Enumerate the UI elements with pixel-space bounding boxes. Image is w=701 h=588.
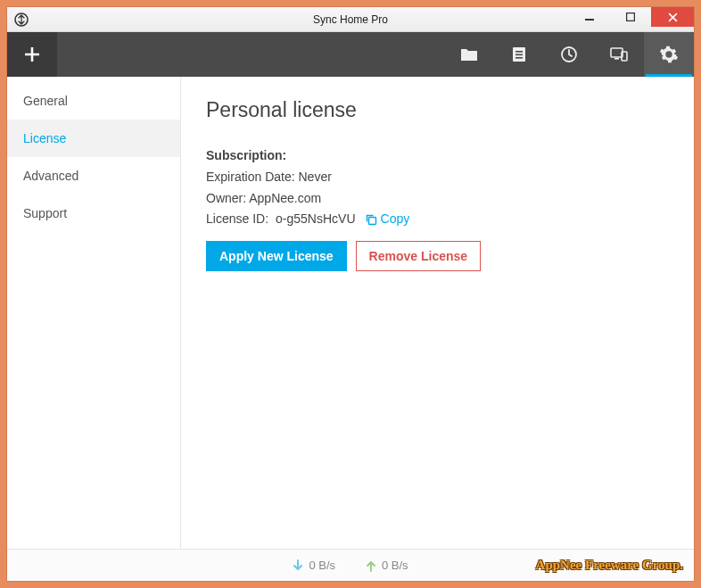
list-button[interactable]	[494, 32, 544, 77]
download-rate: 0 B/s	[293, 559, 335, 572]
add-button[interactable]	[7, 32, 57, 77]
expiration-row: Expiration Date: Never	[206, 167, 669, 188]
svg-rect-11	[368, 218, 375, 225]
svg-rect-2	[627, 13, 635, 21]
page-title: Personal license	[206, 98, 669, 122]
minimize-button[interactable]	[569, 7, 610, 27]
owner-value: AppNee.com	[249, 191, 321, 205]
gear-icon	[659, 45, 679, 64]
plus-icon	[22, 45, 42, 64]
sidebar-item-general[interactable]: General	[7, 82, 180, 120]
sidebar-item-support[interactable]: Support	[7, 195, 180, 232]
window-controls	[569, 7, 694, 31]
license-details: Subscription: Expiration Date: Never Own…	[206, 145, 669, 230]
upload-arrow-icon	[366, 559, 376, 572]
app-window: Sync Home Pro	[7, 7, 694, 581]
close-button[interactable]	[651, 7, 694, 27]
maximize-button[interactable]	[610, 7, 651, 27]
content-panel: Personal license Subscription: Expiratio…	[181, 77, 694, 549]
remove-license-button[interactable]: Remove License	[356, 241, 482, 271]
expiration-value: Never	[299, 170, 332, 184]
svg-rect-1	[585, 19, 594, 21]
svg-rect-6	[515, 57, 523, 59]
button-row: Apply New License Remove License	[206, 241, 669, 271]
upload-rate: 0 B/s	[366, 559, 408, 572]
watermark-text: AppNee Freeware Group.	[536, 558, 683, 573]
expiration-label: Expiration Date:	[206, 170, 295, 184]
settings-sidebar: General License Advanced Support	[7, 77, 181, 549]
svg-rect-4	[515, 51, 523, 53]
download-arrow-icon	[293, 559, 303, 572]
sidebar-item-label: License	[23, 131, 66, 145]
toolbar	[7, 32, 694, 77]
folder-icon	[459, 46, 479, 63]
clock-icon	[559, 45, 579, 64]
sidebar-item-license[interactable]: License	[7, 120, 180, 157]
sidebar-item-label: General	[23, 94, 68, 108]
copy-label: Copy	[381, 209, 410, 230]
status-bar: 0 B/s 0 B/s AppNee Freeware Group.	[7, 549, 694, 581]
copy-icon	[365, 213, 377, 226]
svg-rect-8	[611, 48, 623, 57]
title-bar: Sync Home Pro	[7, 7, 694, 32]
download-rate-value: 0 B/s	[309, 559, 335, 572]
sidebar-item-label: Advanced	[23, 169, 78, 183]
main-body: General License Advanced Support Persona…	[7, 77, 694, 549]
license-id-row: License ID: o-g55NsHcVU Copy	[206, 209, 669, 230]
list-icon	[511, 46, 527, 63]
settings-button[interactable]	[644, 32, 694, 77]
owner-row: Owner: AppNee.com	[206, 188, 669, 210]
sidebar-item-label: Support	[23, 206, 67, 220]
sidebar-item-advanced[interactable]: Advanced	[7, 157, 180, 195]
upload-rate-value: 0 B/s	[382, 559, 408, 572]
svg-rect-5	[515, 54, 523, 56]
owner-label: Owner:	[206, 191, 246, 205]
license-id-label: License ID:	[206, 209, 268, 230]
copy-license-button[interactable]: Copy	[365, 209, 410, 230]
history-button[interactable]	[544, 32, 594, 77]
app-icon	[12, 11, 30, 29]
folders-button[interactable]	[444, 32, 494, 77]
svg-rect-9	[614, 58, 619, 60]
apply-license-button[interactable]: Apply New License	[206, 241, 347, 271]
devices-button[interactable]	[594, 32, 644, 77]
subscription-label: Subscription:	[206, 145, 669, 167]
license-id-value: o-g55NsHcVU	[276, 209, 355, 230]
devices-icon	[609, 46, 629, 63]
